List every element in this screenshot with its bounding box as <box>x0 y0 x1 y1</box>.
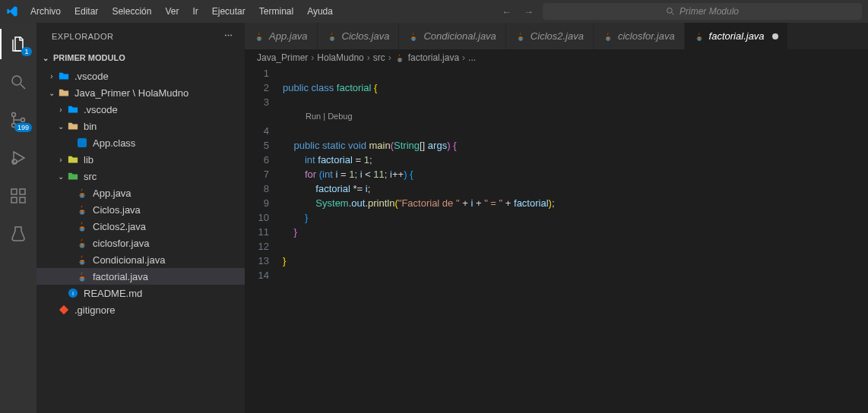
code-content[interactable]: public class factorial { Run | Debug pub… <box>283 66 868 413</box>
activity-search-icon[interactable] <box>0 67 36 97</box>
file-icon <box>76 203 88 216</box>
activity-bar: 1 199 <box>0 23 36 413</box>
menu-terminal[interactable]: Terminal <box>253 3 299 20</box>
line-number: 12 <box>245 239 269 254</box>
tree-item[interactable]: Condicional.java <box>36 251 245 268</box>
file-icon: i <box>67 287 79 299</box>
activity-testing-icon[interactable] <box>0 219 36 249</box>
chevron-icon: ⌄ <box>46 89 58 97</box>
command-center-search[interactable]: Primer Modulo <box>543 3 862 20</box>
tree-item[interactable]: Ciclos2.java <box>36 218 245 235</box>
chevron-icon: ⌄ <box>55 172 67 181</box>
file-icon <box>67 120 79 132</box>
sidebar-header: EXPLORADOR ⋯ <box>36 23 245 49</box>
line-number: 9 <box>245 196 269 210</box>
tree-item[interactable]: App.java <box>36 184 245 201</box>
breadcrumb-item[interactable]: Java_Primer <box>257 52 308 63</box>
chevron-icon: › <box>55 106 67 114</box>
tree-item-label: App.java <box>93 188 131 199</box>
scm-badge: 199 <box>14 123 32 132</box>
line-number: 2 <box>245 80 269 95</box>
editor-tab[interactable]: Ciclos.java <box>318 23 400 49</box>
tree-item[interactable]: factorial.java <box>36 268 245 285</box>
java-icon <box>408 31 419 42</box>
tree-item-label: .vscode <box>84 104 118 115</box>
chevron-icon: › <box>55 156 67 164</box>
dirty-indicator-icon <box>772 33 778 39</box>
tree-item[interactable]: ›.vscode <box>36 68 245 84</box>
editor-tab[interactable]: Ciclos2.java <box>506 23 594 49</box>
tree-item[interactable]: ciclosfor.java <box>36 235 245 251</box>
nav-back-icon[interactable]: ← <box>502 6 512 17</box>
editor-tab[interactable]: App.java <box>245 23 318 49</box>
menu-archivo[interactable]: Archivo <box>24 3 67 20</box>
code-editor[interactable]: 1234567891011121314 public class factori… <box>245 66 868 413</box>
java-icon <box>394 52 405 63</box>
tree-item[interactable]: Ciclos.java <box>36 201 245 218</box>
line-number: 8 <box>245 181 269 196</box>
tree-item[interactable]: ⌄src <box>36 168 245 184</box>
svg-line-3 <box>21 84 25 89</box>
breadcrumb-sep-icon: › <box>367 52 370 63</box>
tree-item-label: .gitignore <box>74 304 115 316</box>
search-icon <box>666 7 675 16</box>
activity-extensions-icon[interactable] <box>0 181 36 211</box>
tree-item-label: src <box>84 171 97 182</box>
tree-item[interactable]: ⌄bin <box>36 118 245 134</box>
menu-ejecutar[interactable]: Ejecutar <box>206 3 252 20</box>
breadcrumb-item[interactable]: HolaMudno <box>317 52 363 63</box>
tree-item[interactable]: ›lib <box>36 151 245 168</box>
file-icon <box>76 137 88 149</box>
search-placeholder: Primer Modulo <box>680 6 739 17</box>
java-icon <box>694 31 705 42</box>
file-icon <box>76 220 88 232</box>
tree-item[interactable]: ›.vscode <box>36 101 245 118</box>
codelens-run-debug[interactable]: Run | Debug <box>306 109 353 124</box>
tree-item[interactable]: App.class <box>36 134 245 151</box>
section-header[interactable]: ⌄ PRIMER MODULO <box>36 49 245 66</box>
activity-debug-icon[interactable] <box>0 143 36 173</box>
breadcrumb-item[interactable]: factorial.java <box>408 52 459 63</box>
menu-editar[interactable]: Editar <box>68 3 104 20</box>
line-number: 4 <box>245 124 269 138</box>
svg-line-1 <box>671 13 673 15</box>
breadcrumb[interactable]: Java_Primer›HolaMudno›src›factorial.java… <box>245 49 868 66</box>
svg-rect-8 <box>11 189 17 194</box>
section-title: PRIMER MODULO <box>53 53 125 62</box>
editor-tab[interactable]: Condicional.java <box>399 23 505 49</box>
tab-label: Ciclos2.java <box>531 30 584 42</box>
menu-ayuda[interactable]: Ayuda <box>301 3 339 20</box>
line-number: 14 <box>245 268 269 282</box>
tree-item[interactable]: iREADME.md <box>36 285 245 301</box>
editor-tab[interactable]: factorial.java <box>685 23 788 49</box>
file-icon <box>76 270 88 282</box>
editor-tab[interactable]: ciclosfor.java <box>594 23 685 49</box>
breadcrumb-item[interactable]: ... <box>468 52 476 63</box>
tree-item-label: ciclosfor.java <box>93 238 149 249</box>
tree-item[interactable]: ⌄Java_Primer \ HolaMudno <box>36 84 245 101</box>
menu-ir[interactable]: Ir <box>186 3 204 20</box>
tab-label: factorial.java <box>709 30 765 42</box>
line-number: 11 <box>245 225 269 239</box>
chevron-icon: ⌄ <box>55 122 67 131</box>
line-number: 1 <box>245 66 269 80</box>
sidebar-more-icon[interactable]: ⋯ <box>224 31 233 41</box>
tree-item[interactable]: .gitignore <box>36 301 245 318</box>
svg-rect-10 <box>20 197 25 203</box>
tab-label: Condicional.java <box>423 30 496 42</box>
java-icon <box>254 31 265 42</box>
svg-point-2 <box>12 76 21 85</box>
breadcrumb-item[interactable]: src <box>373 52 385 63</box>
nav-arrows: ← → <box>502 6 543 17</box>
svg-point-0 <box>667 8 672 14</box>
editor-area: App.javaCiclos.javaCondicional.javaCiclo… <box>245 23 868 413</box>
svg-point-6 <box>21 118 25 122</box>
activity-explorer-icon[interactable]: 1 <box>0 29 36 59</box>
nav-forward-icon[interactable]: → <box>524 6 534 17</box>
activity-source-control-icon[interactable]: 199 <box>0 105 36 135</box>
line-numbers: 1234567891011121314 <box>245 66 283 413</box>
menu-ver[interactable]: Ver <box>159 3 185 20</box>
menu-selección[interactable]: Selección <box>106 3 157 20</box>
tree-item-label: lib <box>84 154 93 166</box>
file-tree: ›.vscode⌄Java_Primer \ HolaMudno›.vscode… <box>36 66 245 413</box>
